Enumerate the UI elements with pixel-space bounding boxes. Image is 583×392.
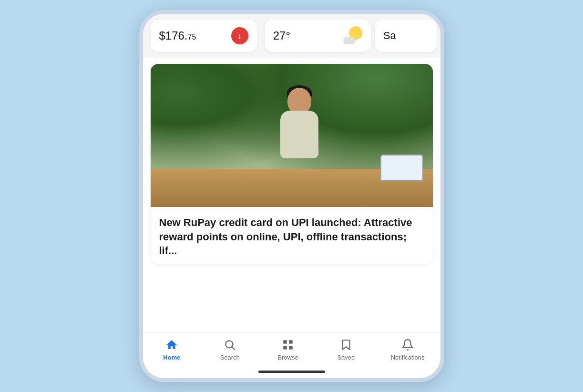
news-card[interactable]: New RuPay credit card on UPI launched: A… [151,64,433,264]
phone-frame: $176.75 ↓ 27° Sa [139,10,444,382]
person-body [280,111,318,158]
partial-label: Sa [383,30,396,42]
balance-main: $176. [159,29,188,42]
search-icon [224,339,236,353]
cloud-icon [343,37,356,44]
home-indicator [143,365,440,378]
nav-item-home[interactable]: Home [153,337,191,363]
home-bar [258,371,325,373]
widget-row: $176.75 ↓ 27° Sa [143,14,440,58]
laptop-icon [380,155,423,181]
download-button[interactable]: ↓ [231,27,248,44]
balance-widget[interactable]: $176.75 ↓ [151,20,257,52]
svg-rect-3 [289,340,293,344]
nav-label-home: Home [163,354,180,361]
browse-icon [282,339,294,353]
news-headline: New RuPay credit card on UPI launched: A… [159,216,424,258]
saved-icon [340,339,352,353]
bottom-nav: Home Search [143,332,440,365]
nav-label-browse: Browse [277,354,298,361]
nav-label-saved: Saved [337,354,355,361]
svg-rect-4 [283,346,287,350]
home-icon [165,339,178,353]
partial-widget: Sa [375,20,437,52]
notifications-icon [401,339,414,353]
person-head [287,88,311,114]
phone-content: $176.75 ↓ 27° Sa [143,14,440,378]
nav-label-notifications: Notifications [391,354,425,361]
news-content: New RuPay credit card on UPI launched: A… [151,207,433,264]
svg-rect-2 [283,340,287,344]
svg-rect-5 [289,346,293,350]
news-image-bg [151,64,433,207]
laptop-screen [381,155,422,180]
svg-point-0 [226,340,233,348]
weather-icon [343,26,362,45]
balance-amount: $176.75 [159,29,196,42]
person-figure [261,88,338,193]
svg-line-1 [232,347,235,350]
nav-item-notifications[interactable]: Notifications [385,337,430,363]
nav-item-search[interactable]: Search [211,337,249,363]
down-arrow-icon: ↓ [237,31,242,40]
weather-widget[interactable]: 27° [265,20,371,52]
balance-cents: 75 [188,33,196,41]
nav-item-browse[interactable]: Browse [269,337,307,363]
nav-item-saved[interactable]: Saved [327,337,365,363]
news-section: New RuPay credit card on UPI launched: A… [143,58,440,332]
news-image [151,64,433,207]
weather-temp: 27° [273,29,290,42]
nav-label-search: Search [220,354,240,361]
